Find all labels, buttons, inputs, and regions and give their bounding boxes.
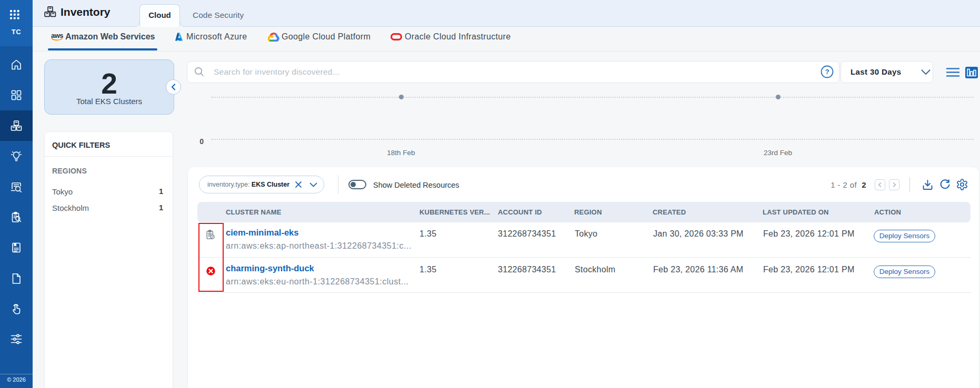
svg-text:?: ? <box>825 68 829 76</box>
